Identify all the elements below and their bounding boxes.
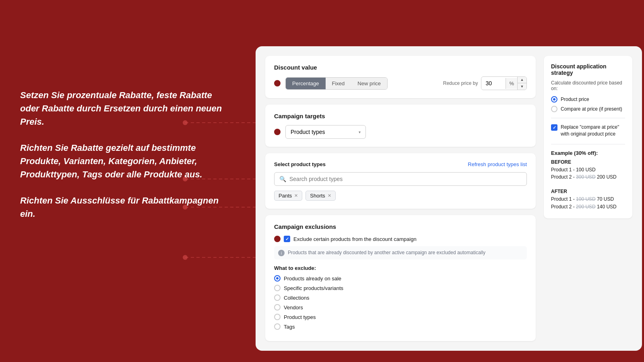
strategy-panel: Discount application strategy Calculate …	[544, 56, 632, 218]
tag-shorts-remove[interactable]: ✕	[328, 193, 331, 198]
tag-pants: Pants ✕	[274, 191, 302, 201]
main-panel: Discount value Percentage Fixed New pric…	[256, 46, 642, 351]
tag-pants-remove[interactable]: ✕	[294, 193, 298, 198]
exclude-checkbox-row: Exclude certain products from the discou…	[274, 236, 527, 242]
strategy-divider-2	[551, 144, 625, 144]
after-line-1: Product 2 - 200 USD 140 USD	[551, 204, 625, 210]
left-paragraph-2: Richten Sie Rabatte gezielt auf bestimmt…	[20, 141, 229, 181]
strategy-title: Discount application strategy	[551, 63, 625, 76]
stepper-down[interactable]: ▼	[518, 83, 526, 90]
panel-left: Discount value Percentage Fixed New pric…	[265, 56, 536, 341]
exclusions-section: Campaign exclusions Exclude certain prod…	[265, 215, 536, 341]
discount-value-section: Discount value Percentage Fixed New pric…	[265, 56, 536, 98]
info-row: i Products that are already discounted b…	[274, 246, 527, 259]
exclude-label-5: Tags	[284, 324, 295, 330]
select-header: Select product types Refresh product typ…	[274, 161, 527, 167]
tag-pants-label: Pants	[279, 193, 292, 199]
info-icon: i	[278, 250, 285, 256]
discount-tab-group: Percentage Fixed New price	[285, 77, 388, 90]
exclude-label-4: Product types	[284, 314, 316, 320]
exclude-option-4: Product types	[274, 314, 527, 320]
reduce-label: Reduce price by	[443, 80, 478, 86]
exclude-option-3: Vendors	[274, 304, 527, 311]
left-paragraph-3: Richten Sie Ausschlüsse für Rabattkampag…	[20, 194, 229, 220]
discount-value-title: Discount value	[274, 64, 527, 71]
tab-fixed[interactable]: Fixed	[326, 78, 351, 89]
strategy-option-1: Compare at price (if present)	[551, 106, 625, 112]
before-label: BEFORE	[551, 159, 625, 165]
strategy-divider	[551, 118, 625, 118]
replace-row: Replace "compare at price" with original…	[551, 124, 625, 138]
targets-row: Product types ▾	[274, 125, 527, 139]
search-input-wrap[interactable]: 🔍	[274, 172, 527, 186]
tag-shorts: Shorts ✕	[305, 191, 336, 201]
info-text: Products that are already discounted by …	[288, 249, 485, 256]
exclude-option-2: Collections	[274, 294, 527, 301]
tab-percentage[interactable]: Percentage	[286, 78, 326, 89]
exclusions-title: Campaign exclusions	[274, 223, 527, 230]
exclude-option-1: Specific products/variants	[274, 285, 527, 291]
exclude-radio-3[interactable]	[274, 304, 281, 311]
price-stepper: ▲ ▼	[517, 77, 526, 90]
price-input-group: Reduce price by % ▲ ▼	[437, 76, 527, 90]
exclude-radio-5[interactable]	[274, 323, 281, 330]
tab-new-price[interactable]: New price	[351, 78, 387, 89]
strikethrough-200: 200 USD	[576, 204, 596, 210]
before-line-0: Product 1 - 100 USD	[551, 167, 625, 173]
price-unit: %	[506, 78, 517, 89]
chevron-down-icon: ▾	[359, 130, 361, 134]
exclude-checkbox[interactable]	[284, 236, 290, 242]
exclude-radio-0[interactable]	[274, 275, 281, 282]
product-types-section: Select product types Refresh product typ…	[265, 153, 536, 209]
discount-controls: Percentage Fixed New price Reduce price …	[274, 76, 527, 90]
stepper-up[interactable]: ▲	[518, 77, 526, 83]
strategy-option-0: Product price	[551, 96, 625, 103]
campaign-targets-title: Campaign targets	[274, 113, 527, 119]
discount-radio-dot	[274, 80, 281, 86]
after-line-0: Product 1 - 100 USD 70 USD	[551, 196, 625, 203]
select-subtitle: Select product types	[274, 161, 326, 167]
strikethrough-300: 300 USD	[576, 174, 596, 180]
strategy-label-0: Product price	[561, 97, 589, 102]
tag-shorts-label: Shorts	[310, 193, 325, 199]
replace-checkbox[interactable]	[551, 124, 557, 131]
price-input[interactable]	[481, 78, 506, 89]
exclude-radio-2[interactable]	[274, 294, 281, 301]
dropdown-value: Product types	[291, 129, 325, 135]
after-label: AFTER	[551, 189, 625, 194]
exclude-checkbox-label: Exclude certain products from the discou…	[293, 236, 417, 242]
replace-label: Replace "compare at price" with original…	[561, 124, 625, 138]
strategy-radio-1[interactable]	[551, 106, 557, 112]
search-input[interactable]	[289, 176, 522, 182]
search-icon: 🔍	[279, 176, 286, 182]
price-input-wrap: % ▲ ▼	[481, 76, 527, 90]
refresh-link[interactable]: Refresh product types list	[468, 161, 527, 167]
exclude-label-1: Specific products/variants	[284, 285, 343, 291]
exclude-option-5: Tags	[274, 323, 527, 330]
tags-row: Pants ✕ Shorts ✕	[274, 191, 527, 201]
what-exclude-label: What to exclude:	[274, 265, 527, 271]
exclude-label-0: Products already on sale	[284, 276, 341, 282]
left-content: Setzen Sie prozentuale Rabatte, feste Ra…	[20, 88, 229, 233]
exclude-label-3: Vendors	[284, 304, 303, 311]
exclude-radio-1[interactable]	[274, 285, 281, 291]
exclude-option-0: Products already on sale	[274, 275, 527, 282]
left-paragraph-1: Setzen Sie prozentuale Rabatte, feste Ra…	[20, 88, 229, 128]
example-title: Example (30% off):	[551, 150, 625, 156]
targets-radio-dot	[274, 129, 281, 135]
exclude-label-2: Collections	[284, 295, 310, 301]
strikethrough-100: 100 USD	[576, 196, 596, 202]
exclusions-radio-dot	[274, 236, 281, 242]
before-line-1: Product 2 - 300 USD 200 USD	[551, 174, 625, 181]
exclude-radio-4[interactable]	[274, 314, 281, 320]
product-types-dropdown[interactable]: Product types ▾	[285, 125, 366, 139]
strategy-radio-0[interactable]	[551, 96, 557, 103]
strategy-sub: Calculate discounted price based on:	[551, 80, 625, 91]
strategy-label-1: Compare at price (if present)	[561, 106, 622, 112]
campaign-targets-section: Campaign targets Product types ▾	[265, 105, 536, 147]
